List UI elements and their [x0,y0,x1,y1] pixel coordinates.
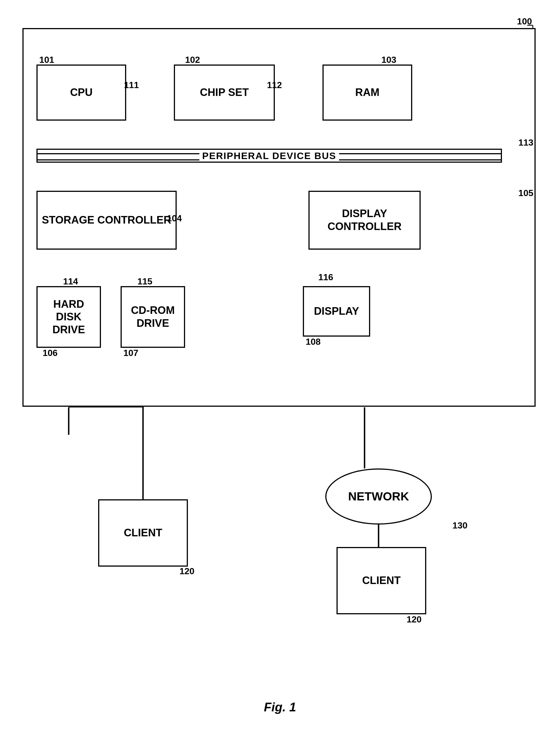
ref-111: 111 [124,80,139,90]
ref-120-right: 120 [407,614,421,625]
hdd-box: HARDDISKDRIVE [36,286,101,348]
ref-102: 102 [185,55,200,65]
cdrom-box: CD-ROMDRIVE [121,286,185,348]
client-box-2: CLIENT [337,547,426,614]
storage-controller-box: STORAGE CONTROLLER [36,191,177,250]
ref-105: 105 [518,188,533,198]
peripheral-bus: PERIPHERAL DEVICE BUS [36,149,502,163]
network-ellipse: NETWORK [325,469,432,525]
ref-112: 112 [267,80,282,90]
ref-100: 100 [517,16,532,27]
diagram-container: 100 CPU 101 CHIP SET 102 RAM 103 111 112… [0,0,560,731]
ref-116: 116 [318,272,333,282]
ref-104: 104 [167,213,182,223]
figure-label: Fig. 1 [264,700,296,714]
bus-label: PERIPHERAL DEVICE BUS [199,150,339,161]
cpu-box: CPU [36,64,126,121]
display-controller-box: DISPLAYCONTROLLER [308,191,421,250]
ref-114: 114 [63,276,78,287]
client-box-1: CLIENT [98,499,188,567]
ref-115: 115 [137,276,152,287]
ref-107: 107 [123,348,138,358]
ref-101: 101 [39,55,54,65]
chipset-box: CHIP SET [174,64,275,121]
ref-106: 106 [43,348,57,358]
ref-103: 103 [381,55,396,65]
ref-120-left: 120 [179,566,194,577]
ram-box: RAM [322,64,412,121]
ref-130: 130 [453,520,467,531]
ref-108: 108 [306,336,321,347]
display-output-box: DISPLAY [303,286,370,336]
ref-113: 113 [518,137,533,148]
